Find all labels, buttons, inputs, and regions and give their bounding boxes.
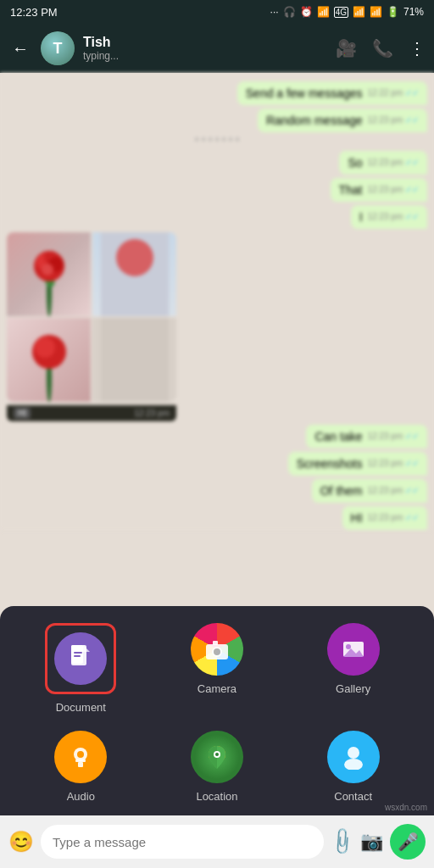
image-time: 12:23 pm xyxy=(134,409,170,418)
message-row: Send a few messages 12:22 pm ✓✓ xyxy=(7,81,427,105)
message-bubble: Of them 12:23 pm ✓✓ xyxy=(312,479,427,503)
camera-button[interactable]: 📷 xyxy=(360,831,383,853)
camera-label: Camera xyxy=(198,682,236,695)
signal-dots-icon: ··· xyxy=(270,6,279,18)
svg-point-20 xyxy=(214,648,220,655)
svg-point-26 xyxy=(77,751,84,758)
signal-bars2-icon: 📶 xyxy=(353,6,365,18)
svg-point-31 xyxy=(215,753,219,756)
message-bubble: Can take 12:23 pm ✓✓ xyxy=(306,425,427,448)
alarm-icon: ⏰ xyxy=(300,6,313,18)
audio-circle xyxy=(54,731,107,783)
message-bubble: I 12:23 pm ✓✓ xyxy=(351,205,427,229)
contact-name: Tish xyxy=(83,35,327,50)
voice-call-icon[interactable]: 📞 xyxy=(372,38,393,58)
video-call-icon[interactable]: 🎥 xyxy=(336,38,357,58)
document-label: Document xyxy=(56,701,106,714)
gallery-circle xyxy=(327,623,380,676)
contact-status: typing... xyxy=(83,50,327,62)
chat-image-2[interactable] xyxy=(92,232,176,316)
wifi-icon: 📶 xyxy=(370,6,382,18)
watermark: wsxdn.com xyxy=(385,803,427,812)
status-icons: ··· 🎧 ⏰ 📶 4G 📶 📶 🔋 71% xyxy=(270,6,424,18)
chat-area: Send a few messages 12:22 pm ✓✓ Random m… xyxy=(0,73,434,531)
message-bubble: That 12:23 pm ✓✓ xyxy=(331,178,428,202)
svg-point-23 xyxy=(346,644,351,649)
more-options-icon[interactable]: ⋮ xyxy=(409,38,426,58)
gallery-label: Gallery xyxy=(336,682,370,695)
attach-document-item[interactable]: Document xyxy=(17,623,145,714)
attach-contact-item[interactable]: Contact xyxy=(289,731,417,803)
message-row: Of them 12:23 pm ✓✓ xyxy=(7,479,427,503)
message-row: Can take 12:23 pm ✓✓ xyxy=(7,425,427,448)
message-input[interactable] xyxy=(41,825,324,859)
emoji-button[interactable]: 😊 xyxy=(8,830,34,854)
attachment-panel: Document Camera xyxy=(0,606,434,815)
svg-rect-21 xyxy=(213,641,218,645)
avatar-image: T xyxy=(41,31,75,65)
attach-location-item[interactable]: Location xyxy=(153,731,281,803)
message-row: HI 12:23 pm ✓✓ xyxy=(7,506,427,530)
battery-level: 71% xyxy=(403,6,424,18)
svg-point-33 xyxy=(344,759,363,770)
avatar[interactable]: T xyxy=(41,31,75,65)
svg-rect-17 xyxy=(74,655,81,657)
audio-label: Audio xyxy=(67,790,95,803)
location-label: Location xyxy=(196,790,237,803)
svg-rect-27 xyxy=(75,760,86,762)
status-time: 12:23 PM xyxy=(10,6,58,19)
contact-label: Contact xyxy=(334,790,372,803)
chat-header: ← T Tish typing... 🎥 📞 ⋮ xyxy=(0,24,434,73)
mic-icon: 🎤 xyxy=(398,832,419,852)
contact-info[interactable]: Tish typing... xyxy=(83,35,327,62)
chat-image-4[interactable] xyxy=(92,318,176,402)
header-action-icons: 🎥 📞 ⋮ xyxy=(336,38,426,58)
location-circle xyxy=(191,731,243,783)
camera-circle xyxy=(191,623,243,676)
image-message-row: HI 12:23 pm xyxy=(7,232,427,421)
message-row: That 12:23 pm ✓✓ xyxy=(7,178,427,202)
attach-audio-item[interactable]: Audio xyxy=(17,731,145,803)
svg-rect-12 xyxy=(101,318,169,402)
attach-camera-item[interactable]: Camera xyxy=(153,623,281,714)
headphone-icon: 🎧 xyxy=(283,6,296,18)
svg-marker-14 xyxy=(83,645,90,652)
received-badge: HI xyxy=(14,408,31,419)
svg-rect-16 xyxy=(74,652,82,654)
message-row: Screenshots 12:23 pm ✓✓ xyxy=(7,452,427,476)
attachment-grid: Document Camera xyxy=(17,623,417,803)
document-circle xyxy=(54,632,107,685)
message-row: Random message 12:23 pm ✓✓ xyxy=(7,108,427,132)
svg-rect-28 xyxy=(78,762,83,767)
message-input-bar: 😊 📎 📷 🎤 xyxy=(0,815,434,868)
svg-point-32 xyxy=(348,747,359,759)
mic-button[interactable]: 🎤 xyxy=(390,824,426,860)
svg-point-11 xyxy=(35,337,55,358)
image-grid-bubble[interactable]: HI 12:23 pm xyxy=(7,232,176,421)
chat-image-3[interactable] xyxy=(7,318,91,402)
chat-image-1[interactable] xyxy=(7,232,91,316)
svg-point-6 xyxy=(42,264,53,275)
svg-rect-15 xyxy=(71,645,83,664)
message-bubble: So 12:23 pm ✓✓ xyxy=(339,151,427,175)
attach-gallery-item[interactable]: Gallery xyxy=(289,623,417,714)
message-bubble: Random message 12:23 pm ✓✓ xyxy=(258,108,427,132)
battery-icon: 🔋 xyxy=(387,6,399,18)
contact-circle xyxy=(327,731,380,783)
document-highlight-border xyxy=(45,623,116,694)
message-bubble: HI 12:23 pm ✓✓ xyxy=(342,506,427,530)
lte-icon: 4G xyxy=(334,7,348,18)
message-bubble: Send a few messages 12:22 pm ✓✓ xyxy=(237,81,427,105)
message-row: So 12:23 pm ✓✓ xyxy=(7,151,427,175)
attach-button[interactable]: 📎 xyxy=(326,826,358,857)
svg-point-8 xyxy=(116,239,153,276)
time-display: 12:23 PM xyxy=(10,6,58,19)
signal-bars-icon: 📶 xyxy=(317,6,330,18)
message-row: I 12:23 pm ✓✓ xyxy=(7,205,427,229)
status-bar: 12:23 PM ··· 🎧 ⏰ 📶 4G 📶 📶 🔋 71% xyxy=(0,0,434,24)
message-bubble: Screenshots 12:23 pm ✓✓ xyxy=(288,452,427,476)
back-button[interactable]: ← xyxy=(8,36,32,62)
